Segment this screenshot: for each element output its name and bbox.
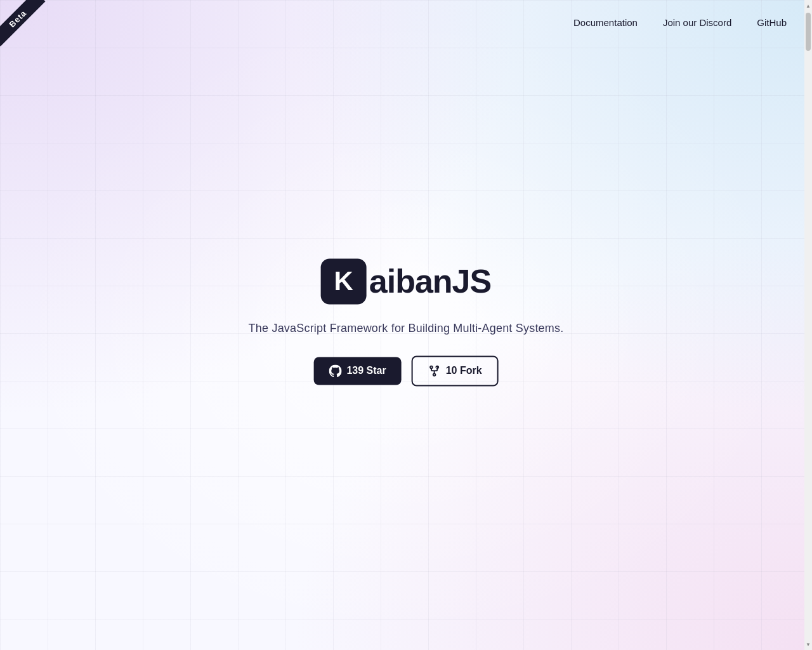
nav-link-discord[interactable]: Join our Discord: [663, 17, 731, 28]
navbar: Documentation Join our Discord GitHub: [0, 0, 812, 44]
hero-tagline: The JavaScript Framework for Building Mu…: [249, 322, 564, 335]
nav-links: Documentation Join our Discord GitHub: [573, 17, 787, 28]
hero-buttons: 139 Star 10 Fork: [313, 355, 498, 386]
logo-k-box: K: [321, 258, 367, 304]
nav-link-github[interactable]: GitHub: [757, 17, 787, 28]
fork-icon: [428, 364, 441, 377]
scrollbar-arrow-down[interactable]: ▼: [804, 640, 812, 649]
scrollbar[interactable]: ▲ ▼: [804, 0, 812, 650]
fork-button[interactable]: 10 Fork: [412, 355, 499, 386]
hero-section: K aibanJS The JavaScript Framework for B…: [249, 258, 564, 386]
beta-ribbon: Beta: [0, 0, 57, 57]
logo-k-letter: K: [334, 268, 353, 295]
github-star-icon: [329, 364, 341, 377]
logo-text: aibanJS: [369, 262, 491, 300]
fork-button-label: 10 Fork: [446, 365, 482, 376]
star-button-label: 139 Star: [346, 365, 386, 376]
scrollbar-arrow-up[interactable]: ▲: [804, 1, 812, 10]
star-button[interactable]: 139 Star: [313, 357, 401, 385]
nav-link-documentation[interactable]: Documentation: [573, 17, 638, 28]
beta-ribbon-label: Beta: [0, 0, 45, 46]
logo-container: K aibanJS: [321, 258, 491, 304]
scrollbar-thumb[interactable]: [806, 13, 811, 51]
